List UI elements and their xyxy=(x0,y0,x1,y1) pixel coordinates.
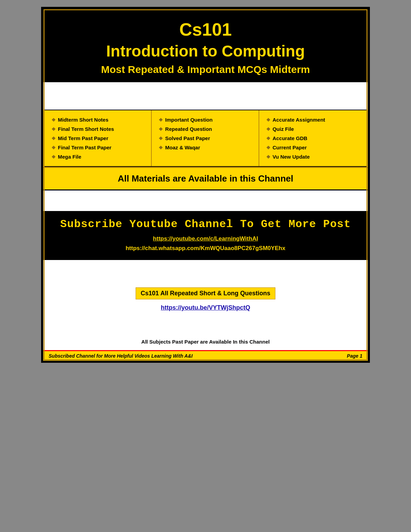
subscribe-section: Subscribe Youtube Channel To Get More Po… xyxy=(43,211,368,260)
white-gap-3 xyxy=(43,260,368,281)
questions-section: Cs101 All Repeated Short & Long Question… xyxy=(43,281,368,322)
footer-left: Subscribed Channel for More Helpful Vide… xyxy=(49,353,192,359)
list-item: ❖Repeated Question xyxy=(159,124,255,134)
list-item: ❖Moaz & Waqar xyxy=(159,143,255,152)
list-item: ❖Final Term Past Paper xyxy=(51,143,148,152)
white-gap-2 xyxy=(43,190,368,211)
materials-list-1: ❖Midterm Short Notes ❖Final Term Short N… xyxy=(51,115,148,161)
page-container: Cs101 Introduction to Computing Most Rep… xyxy=(41,7,370,363)
materials-col-3: ❖Accurate Assignment ❖Quiz File ❖Accurat… xyxy=(259,110,366,166)
materials-grid: ❖Midterm Short Notes ❖Final Term Short N… xyxy=(44,110,367,167)
diamond-icon: ❖ xyxy=(159,136,163,141)
diamond-icon: ❖ xyxy=(266,126,271,132)
questions-link[interactable]: https://youtu.be/VYTWjShpctQ xyxy=(57,304,354,311)
subtitle: Most Repeated & Important MCQs Midterm xyxy=(57,64,354,75)
header-section: Cs101 Introduction to Computing Most Rep… xyxy=(43,9,368,82)
list-item: ❖Current Paper xyxy=(266,143,363,152)
footer-right: Page 1 xyxy=(347,353,362,359)
list-item: ❖Mega File xyxy=(51,152,148,161)
all-materials-banner: All Materials are Available in this Chan… xyxy=(43,167,368,190)
course-name: Introduction to Computing xyxy=(57,42,354,60)
materials-col-1: ❖Midterm Short Notes ❖Final Term Short N… xyxy=(45,110,152,166)
diamond-icon: ❖ xyxy=(266,136,271,141)
list-item: ❖Final Term Short Notes xyxy=(51,124,148,134)
whatsapp-link: https://chat.whatsapp.com/KmWQUaao8PC267… xyxy=(53,245,358,252)
diamond-icon: ❖ xyxy=(266,145,271,150)
footer-bar: Subscribed Channel for More Helpful Vide… xyxy=(43,350,368,361)
bottom-text: All Subjects Past Paper are Available In… xyxy=(57,339,354,345)
diamond-icon: ❖ xyxy=(51,117,56,123)
diamond-icon: ❖ xyxy=(51,136,56,141)
bottom-text-section: All Subjects Past Paper are Available In… xyxy=(43,335,368,350)
materials-col-2: ❖Important Question ❖Repeated Question ❖… xyxy=(152,110,259,166)
subscribe-title: Subscribe Youtube Channel To Get More Po… xyxy=(53,218,358,231)
white-gap-4 xyxy=(43,322,368,335)
youtube-link[interactable]: https://youtube.com/c/LearningWithAI xyxy=(53,235,358,242)
list-item: ❖Mid Term Past Paper xyxy=(51,134,148,143)
diamond-icon: ❖ xyxy=(51,145,56,150)
white-gap-1 xyxy=(43,82,368,110)
all-materials-text: All Materials are Available in this Chan… xyxy=(118,173,293,184)
materials-list-2: ❖Important Question ❖Repeated Question ❖… xyxy=(159,115,255,152)
materials-section: ❖Midterm Short Notes ❖Final Term Short N… xyxy=(43,110,368,190)
list-item: ❖Vu New Update xyxy=(266,152,363,161)
course-code: Cs101 xyxy=(57,19,354,40)
diamond-icon: ❖ xyxy=(266,117,271,123)
list-item: ❖Midterm Short Notes xyxy=(51,115,148,124)
questions-title: Cs101 All Repeated Short & Long Question… xyxy=(136,287,275,299)
diamond-icon: ❖ xyxy=(266,154,271,160)
diamond-icon: ❖ xyxy=(159,145,163,150)
diamond-icon: ❖ xyxy=(159,126,163,132)
list-item: ❖Quiz File xyxy=(266,124,363,134)
materials-list-3: ❖Accurate Assignment ❖Quiz File ❖Accurat… xyxy=(266,115,363,161)
diamond-icon: ❖ xyxy=(51,154,56,160)
diamond-icon: ❖ xyxy=(51,126,56,132)
list-item: ❖Accurate Assignment xyxy=(266,115,363,124)
diamond-icon: ❖ xyxy=(159,117,163,123)
list-item: ❖Important Question xyxy=(159,115,255,124)
list-item: ❖Accurate GDB xyxy=(266,134,363,143)
list-item: ❖Solved Past Paper xyxy=(159,134,255,143)
